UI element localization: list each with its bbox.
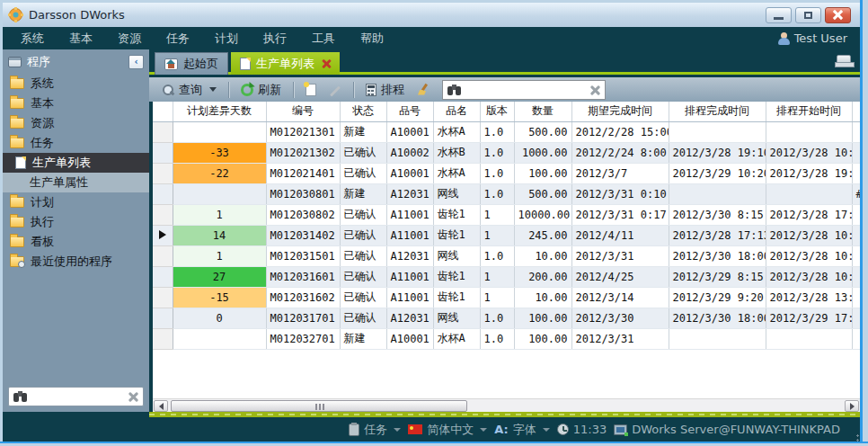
window-frame-right xyxy=(860,0,868,446)
sidebar-search-clear-icon[interactable] xyxy=(128,391,138,402)
table-row[interactable]: 27M012031601已确认A11001齿轮11200.002012/4/25… xyxy=(153,266,860,287)
close-button[interactable] xyxy=(825,7,851,23)
schedule-button[interactable]: 排程 xyxy=(362,80,408,100)
chevron-down-icon[interactable] xyxy=(209,87,217,92)
row-indicator-header xyxy=(153,102,173,121)
sidebar-item-4[interactable]: 任务 xyxy=(3,133,149,153)
toolbar-search-input[interactable] xyxy=(461,84,589,96)
sidebar-item-3[interactable]: 资源 xyxy=(3,113,149,133)
refresh-button[interactable]: 刷新 xyxy=(237,80,285,100)
title-bar: Darsson DWorks xyxy=(3,3,860,27)
cell-qty: 10.00 xyxy=(514,287,571,308)
status-font-menu[interactable]: A: 字体 xyxy=(494,422,550,438)
menu-item-5[interactable]: 计划 xyxy=(215,31,238,47)
sidebar-item-5[interactable]: 生产单列表 xyxy=(3,153,149,173)
status-task-menu[interactable]: 任务 xyxy=(349,422,401,438)
query-button[interactable]: 查询 xyxy=(158,80,220,100)
table-row[interactable]: -33M012021302已确认A10002水杯B1.01000.002012/… xyxy=(153,142,860,163)
pencil-icon xyxy=(330,85,341,96)
column-header-6[interactable]: 版本 xyxy=(480,102,514,121)
column-header-1[interactable]: 计划差异天数 xyxy=(173,102,266,121)
time-label: 11:33 xyxy=(573,423,607,436)
cell-code: M012031601 xyxy=(266,266,340,287)
menu-item-8[interactable]: 帮助 xyxy=(360,31,384,47)
font-label: 字体 xyxy=(513,422,536,438)
table-row[interactable]: M012021301新建A10001水杯A1.0500.002012/2/28 … xyxy=(153,121,860,142)
column-header-9[interactable]: 排程完成时间 xyxy=(669,102,766,121)
sidebar-collapse-button[interactable]: ‹ xyxy=(128,55,144,69)
scrollbar-thumb[interactable] xyxy=(171,400,467,412)
clean-button[interactable] xyxy=(413,82,433,98)
menu-item-4[interactable]: 任务 xyxy=(166,31,190,47)
sidebar-item-8[interactable]: 执行 xyxy=(3,212,149,232)
toolbar-search-clear-icon[interactable] xyxy=(589,85,600,95)
cell-qty: 10000.00 xyxy=(514,204,571,225)
tab-start-page[interactable]: 起始页 xyxy=(155,52,228,75)
minimize-button[interactable] xyxy=(766,7,792,23)
sidebar-item-6[interactable]: 生产单属性 xyxy=(3,173,149,192)
column-header-10[interactable]: 排程开始时间 xyxy=(766,102,852,121)
sidebar-item-9[interactable]: 看板 xyxy=(3,232,149,252)
toolbar-search-box[interactable] xyxy=(442,80,606,100)
maximize-button[interactable] xyxy=(795,7,821,23)
column-header-11[interactable]: 算法 xyxy=(852,102,860,121)
folder-icon xyxy=(10,138,24,148)
table-row[interactable]: -22M012021401已确认A10001水杯A1.0100.002012/3… xyxy=(153,163,860,183)
content-area: 起始页 生产单列表 查询 刷新 xyxy=(149,49,860,412)
menu-item-2[interactable]: 基本 xyxy=(69,31,93,47)
row-indicator-cell xyxy=(153,163,173,183)
column-header-5[interactable]: 品名 xyxy=(433,102,480,121)
cell-expect: 2012/3/31 xyxy=(571,245,669,266)
table-row[interactable]: M012030801新建A12031网线1.0500.002012/3/31 0… xyxy=(153,183,860,204)
sidebar-item-7[interactable]: 计划 xyxy=(3,192,149,212)
sidebar-item-2[interactable]: 基本 xyxy=(3,94,149,113)
cell-expect: 2012/2/28 15:00 xyxy=(571,121,669,142)
current-user[interactable]: Test User xyxy=(778,31,860,45)
menu-item-6[interactable]: 执行 xyxy=(263,31,287,47)
cell-part: A12031 xyxy=(386,308,433,328)
cell-extra xyxy=(852,287,860,308)
tab-list-button[interactable] xyxy=(837,55,851,66)
horizontal-scrollbar[interactable] xyxy=(153,398,860,412)
clipboard-icon xyxy=(349,424,359,436)
table-row[interactable]: M012032701新建A10001水杯A1.0100.002012/3/31 xyxy=(153,328,860,349)
column-header-2[interactable]: 编号 xyxy=(266,102,340,121)
column-header-3[interactable]: 状态 xyxy=(340,102,386,121)
selected-row-arrow-icon xyxy=(159,230,166,239)
toolbar-separator xyxy=(353,82,354,98)
new-button[interactable] xyxy=(302,82,320,98)
sidebar: 程序 ‹ 系统基本资源任务生产单列表生产单属性计划执行看板最近使用的程序 xyxy=(3,49,149,412)
table-row[interactable]: -15M012031602已确认A11001齿轮1110.002012/3/14… xyxy=(153,287,860,308)
column-header-8[interactable]: 期望完成时间 xyxy=(571,102,669,121)
grid-body: M012021301新建A10001水杯A1.0500.002012/2/28 … xyxy=(153,121,860,349)
sidebar-search-input[interactable] xyxy=(27,390,128,403)
menu-item-1[interactable]: 系统 xyxy=(21,31,44,47)
cell-status: 已确认 xyxy=(340,308,386,328)
column-header-4[interactable]: 品号 xyxy=(386,102,433,121)
table-row[interactable]: 1M012031501已确认A12031网线1.010.002012/3/312… xyxy=(153,245,860,266)
menu-item-7[interactable]: 工具 xyxy=(312,31,335,47)
table-row[interactable]: 14M012031402已确认A11001齿轮11245.002012/4/11… xyxy=(153,225,860,245)
cell-code: M012032701 xyxy=(266,328,340,349)
tab-close-icon[interactable] xyxy=(322,59,331,68)
recent-folder-icon xyxy=(10,256,24,267)
sidebar-item-10[interactable]: 最近使用的程序 xyxy=(3,252,149,272)
table-row[interactable]: 1M012030802已确认A11001齿轮1110000.002012/3/3… xyxy=(153,204,860,225)
cell-name: 水杯B xyxy=(433,142,480,163)
edit-button[interactable] xyxy=(325,86,345,93)
sidebar-item-1[interactable]: 系统 xyxy=(3,74,149,94)
cell-part: A11001 xyxy=(386,204,433,225)
menu-item-3[interactable]: 资源 xyxy=(118,31,141,47)
cell-diff: 1 xyxy=(173,245,266,266)
tab-production-order-list[interactable]: 生产单列表 xyxy=(231,52,340,75)
status-language-menu[interactable]: 简体中文 xyxy=(408,422,487,438)
query-label: 查询 xyxy=(179,82,202,98)
cell-qty: 10.00 xyxy=(514,245,571,266)
scroll-left-button[interactable] xyxy=(154,400,168,412)
cell-part: A10001 xyxy=(386,328,433,349)
table-row[interactable]: 0M012031701已确认A12031网线1.0100.002012/3/30… xyxy=(153,308,860,328)
sidebar-search-box[interactable] xyxy=(8,387,144,406)
column-header-7[interactable]: 数量 xyxy=(514,102,571,121)
scroll-right-button[interactable] xyxy=(845,400,859,412)
row-indicator-cell xyxy=(153,266,173,287)
